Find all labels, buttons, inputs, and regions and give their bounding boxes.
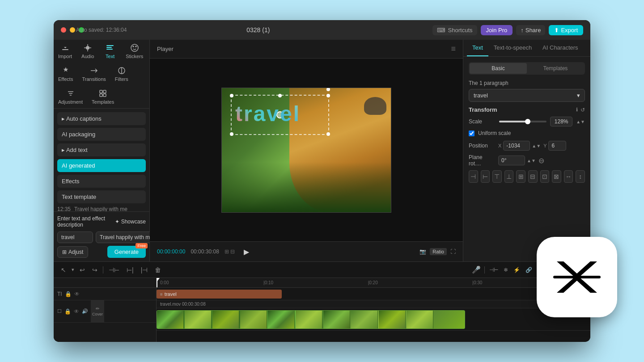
- delete-button[interactable]: 🗑: [153, 265, 163, 274]
- uniform-scale-checkbox[interactable]: [469, 130, 475, 136]
- generate-button[interactable]: Generate Free: [107, 246, 146, 258]
- trim-in-button[interactable]: ⊢|: [125, 265, 136, 274]
- x-coord-field: X ▲▼: [498, 141, 541, 151]
- dropdown-value: travel: [474, 92, 488, 99]
- text-template-button[interactable]: Text template: [57, 190, 146, 203]
- left-panel: Import Audio Text Stickers Effects: [54, 40, 150, 261]
- main-content: Import Audio Text Stickers Effects: [54, 40, 590, 261]
- generate-inputs: ✕: [57, 232, 146, 243]
- scale-row: Scale 128% ▲▼: [469, 117, 585, 126]
- toolbar-filters[interactable]: Filters: [110, 63, 133, 85]
- align-right-button[interactable]: ⊤: [492, 170, 502, 183]
- video-thumb-9: [379, 311, 406, 328]
- toolbar-import[interactable]: Import: [54, 40, 76, 63]
- generate-header-label: Enter text and effect description: [57, 215, 115, 228]
- cursor-tool-button[interactable]: ↖: [59, 265, 68, 274]
- flip-h-button[interactable]: ↔: [564, 170, 573, 183]
- toolbar-stickers[interactable]: Stickers: [121, 40, 148, 63]
- distribute-v-button[interactable]: ⊠: [552, 170, 561, 183]
- handle-bl[interactable]: [230, 132, 233, 136]
- plane-rot-input[interactable]: [498, 156, 525, 165]
- play-button[interactable]: ▶: [240, 245, 253, 258]
- transform-reset-button[interactable]: ↺: [580, 107, 585, 113]
- scale-thumb[interactable]: [525, 119, 530, 124]
- share-button[interactable]: ↑ Share: [516, 25, 545, 35]
- text-track-area: ≡ travel: [157, 288, 590, 300]
- minus-circle-button[interactable]: ⊖: [538, 156, 544, 165]
- timeline-track-headers: TI 🔒 👁 ☐ 🔒 👁 🔊 ✏ Cover: [54, 278, 157, 342]
- subtab-templates[interactable]: Templates: [527, 63, 584, 74]
- tab-ai-characters[interactable]: AI Characters: [537, 40, 583, 56]
- handle-top[interactable]: [278, 94, 282, 97]
- visibility-icon[interactable]: 👁: [74, 291, 80, 297]
- scale-spinners[interactable]: ▲▼: [576, 119, 585, 124]
- ai-packaging-button[interactable]: AI packaging: [57, 128, 146, 141]
- toolbar-effects[interactable]: Effects: [54, 63, 77, 85]
- align-center-v-button[interactable]: ⊞: [516, 170, 525, 183]
- distribute-h-button[interactable]: ⊡: [540, 170, 550, 183]
- video-thumb-2: [185, 311, 212, 328]
- split-button[interactable]: ⊣⊢: [107, 265, 121, 274]
- minimize-button[interactable]: [70, 27, 75, 33]
- playhead[interactable]: [157, 278, 157, 287]
- ai-generated-button[interactable]: AI generated: [57, 159, 146, 172]
- generate-header: Enter text and effect description ✦ Show…: [57, 215, 146, 228]
- align-bottom-button[interactable]: ⊟: [528, 170, 538, 183]
- video-clip-strip[interactable]: [157, 310, 465, 329]
- align-left-button[interactable]: ⊣: [469, 170, 478, 183]
- cursor-dropdown[interactable]: ▾: [72, 267, 74, 273]
- scale-value[interactable]: 128%: [550, 117, 572, 126]
- video-visibility-icon[interactable]: 👁: [74, 308, 79, 315]
- mic-button[interactable]: 🎤: [472, 265, 481, 274]
- showcase-button[interactable]: ✦ Showcase: [115, 219, 146, 225]
- text-track-clip[interactable]: ≡ travel: [157, 290, 282, 299]
- split-audio-button[interactable]: ⊣⊢: [488, 266, 499, 274]
- title-bar: Auto saved: 12:36:04 0328 (1) ⌨ Shortcut…: [54, 20, 590, 40]
- undo-button[interactable]: ↩: [78, 265, 87, 274]
- toolbar-templates[interactable]: Templates: [87, 85, 119, 108]
- toolbar-transitions[interactable]: Transitions: [77, 63, 110, 85]
- ratio-button[interactable]: Ratio: [430, 248, 447, 255]
- link-button[interactable]: 🔗: [525, 266, 533, 274]
- handle-tl[interactable]: [230, 94, 233, 97]
- rot-spinners[interactable]: ▲▼: [527, 158, 536, 163]
- effects-tab-button[interactable]: Effects: [57, 175, 146, 188]
- sparkle-icon: ✦: [115, 219, 119, 225]
- freeze-button[interactable]: ❄: [503, 266, 509, 274]
- x-spinners[interactable]: ▲▼: [532, 143, 541, 148]
- svg-point-5: [131, 44, 138, 51]
- x-input[interactable]: [503, 141, 530, 151]
- text-input-small[interactable]: [57, 232, 93, 243]
- join-pro-button[interactable]: Join Pro: [481, 25, 513, 35]
- align-center-h-button[interactable]: ⊢: [481, 170, 490, 183]
- trim-out-button[interactable]: |⊣: [139, 265, 150, 274]
- align-top-button[interactable]: ⊥: [504, 170, 514, 183]
- svg-rect-0: [62, 49, 68, 50]
- paragraph-dropdown[interactable]: travel ▾: [469, 89, 585, 102]
- audio-icon: 🔊: [82, 308, 88, 314]
- flip-v-button[interactable]: ↕: [576, 170, 585, 183]
- adjust-button[interactable]: ⊞ Adjust: [57, 246, 88, 258]
- player-menu-icon[interactable]: ≡: [451, 44, 456, 54]
- tab-tts[interactable]: Text-to-speech: [488, 40, 537, 56]
- export-button[interactable]: ⬆ Export: [549, 25, 583, 35]
- video-lock-icon[interactable]: 🔒: [64, 308, 71, 315]
- y-input[interactable]: [548, 141, 566, 151]
- toolbar-adjustment[interactable]: Adjustment: [54, 85, 87, 108]
- toolbar-audio[interactable]: Audio: [76, 40, 99, 63]
- toolbar-text[interactable]: Text: [99, 40, 121, 63]
- speed-button[interactable]: ⚡: [513, 266, 521, 274]
- position-row: Position X ▲▼ Y: [469, 141, 585, 151]
- redo-button[interactable]: ↪: [90, 265, 99, 274]
- auto-captions-button[interactable]: ▸ Auto captions: [57, 112, 146, 125]
- close-button[interactable]: [61, 27, 66, 33]
- tab-text[interactable]: Text: [467, 40, 488, 56]
- scale-slider[interactable]: [499, 121, 547, 122]
- add-text-button[interactable]: ▸ Add text: [57, 143, 146, 156]
- video-thumb-8: [351, 311, 378, 328]
- screenshot-button[interactable]: 📷: [419, 248, 426, 255]
- shortcuts-button[interactable]: ⌨ Shortcuts: [432, 25, 477, 35]
- fullscreen-button[interactable]: ⛶: [450, 248, 456, 255]
- subtab-basic[interactable]: Basic: [470, 63, 527, 74]
- lock-icon[interactable]: 🔒: [65, 291, 72, 297]
